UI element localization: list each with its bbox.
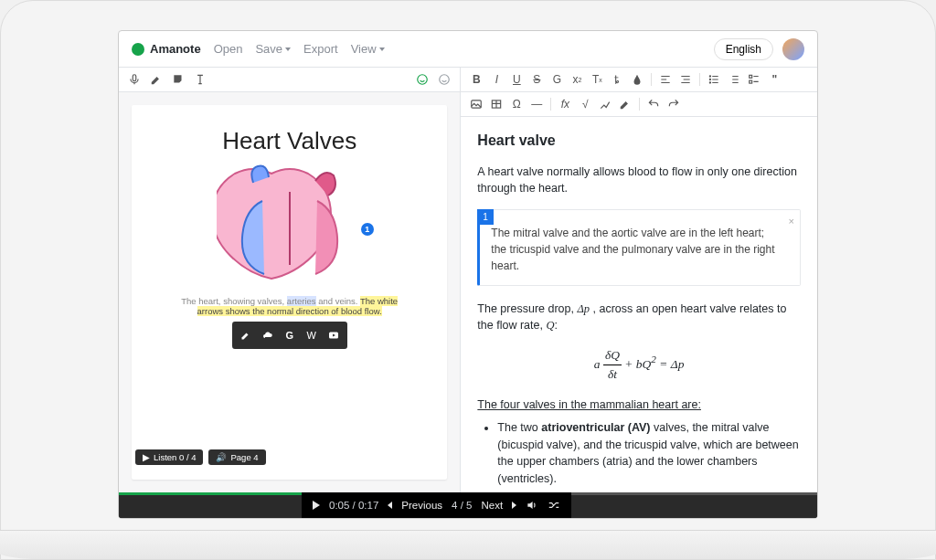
- wikipedia-icon[interactable]: W: [302, 325, 322, 345]
- underline-icon[interactable]: U: [510, 73, 523, 86]
- play-icon: [313, 501, 320, 510]
- notes-section-head: The four valves in the mammalian heart a…: [477, 396, 801, 414]
- list-check-icon[interactable]: [748, 73, 760, 86]
- font-color-icon[interactable]: [631, 73, 644, 86]
- quote-icon[interactable]: ": [768, 73, 781, 86]
- google-icon[interactable]: G: [280, 325, 300, 345]
- svg-point-6: [710, 82, 711, 83]
- listen-button[interactable]: ▶ Listen 0 / 4: [135, 449, 203, 465]
- superscript-icon[interactable]: x2: [570, 73, 583, 86]
- smile-green-icon[interactable]: [416, 73, 429, 86]
- chevron-right-icon: [512, 502, 516, 509]
- svg-point-5: [710, 79, 711, 79]
- undo-icon[interactable]: [647, 98, 660, 111]
- language-button[interactable]: English: [714, 38, 773, 60]
- slide-toolbar: [119, 68, 460, 92]
- editor-toolbar-row1: B I U S G x2 Tx ȶ: [461, 68, 817, 92]
- menu-open[interactable]: Open: [214, 42, 243, 56]
- prev-button[interactable]: [388, 502, 392, 509]
- svg-rect-7: [750, 75, 752, 78]
- menu-save[interactable]: Save: [255, 42, 291, 56]
- table-icon[interactable]: [490, 98, 503, 111]
- slide-title: Heart Valves: [222, 127, 356, 155]
- annotation-toolbar: G W: [232, 322, 347, 349]
- cloud-icon[interactable]: [258, 325, 278, 345]
- text-select-icon[interactable]: [194, 73, 207, 86]
- subscript-icon[interactable]: Tx: [590, 73, 603, 86]
- mic-icon[interactable]: [128, 73, 141, 86]
- omega-icon[interactable]: Ω: [510, 98, 523, 111]
- svg-point-2: [440, 75, 450, 85]
- app-window: Amanote Open Save Export View English: [118, 30, 818, 519]
- smile-grey-icon[interactable]: [438, 73, 451, 86]
- brush-icon[interactable]: [619, 98, 632, 111]
- bold-icon[interactable]: B: [470, 73, 483, 86]
- shuffle-button[interactable]: [548, 499, 560, 512]
- clear-format-icon[interactable]: G: [550, 73, 563, 86]
- slide-area: Heart Valves 1: [119, 92, 460, 492]
- chevron-left-icon: [388, 502, 392, 509]
- play-button[interactable]: [313, 501, 320, 510]
- heart-diagram: 1: [217, 164, 363, 283]
- app-logo[interactable]: Amanote: [132, 42, 201, 56]
- svg-point-4: [710, 76, 711, 77]
- list-ol-icon[interactable]: [728, 73, 740, 86]
- align-icon[interactable]: [659, 73, 672, 86]
- chevron-down-icon: [379, 48, 385, 51]
- app-name: Amanote: [150, 42, 201, 56]
- svg-rect-0: [133, 75, 136, 81]
- prev-label[interactable]: Previous: [401, 500, 442, 511]
- slide-panel: Heart Valves 1: [119, 68, 461, 492]
- callout-body: The mitral valve and the aortic valve ar…: [480, 210, 800, 285]
- equation: a δQδt + bQ2 = Δp: [477, 346, 801, 385]
- volume-button[interactable]: [526, 499, 538, 512]
- next-button[interactable]: [512, 502, 516, 509]
- caption-link[interactable]: arteries: [287, 296, 316, 306]
- pencil-icon[interactable]: [236, 325, 256, 345]
- italic-icon[interactable]: I: [490, 73, 503, 86]
- svg-point-1: [418, 75, 428, 85]
- slide-marker[interactable]: 1: [361, 223, 374, 236]
- next-label[interactable]: Next: [482, 500, 504, 511]
- draw-icon[interactable]: [599, 98, 612, 111]
- callout-tag: 1: [477, 209, 494, 225]
- editor-toolbar-row2: Ω — fx √: [461, 92, 817, 117]
- slide-caption: The heart, showing valves, arteries and …: [171, 296, 409, 316]
- chevron-down-icon: [285, 48, 291, 51]
- hr-icon[interactable]: —: [530, 98, 543, 111]
- player-page: 4 / 5: [452, 500, 472, 511]
- list-item: The two atrioventricular (AV) valves, th…: [497, 419, 801, 488]
- player-time: 0:05 / 0:17: [329, 500, 378, 511]
- menu-view[interactable]: View: [351, 42, 385, 56]
- avatar[interactable]: [782, 38, 804, 60]
- redo-icon[interactable]: [667, 98, 680, 111]
- youtube-icon[interactable]: [324, 325, 344, 345]
- close-icon[interactable]: ×: [789, 214, 794, 229]
- notes-callout: 1 × The mitral valve and the aortic valv…: [477, 209, 801, 286]
- progress-segment-remaining: [571, 492, 817, 518]
- image-icon[interactable]: [470, 98, 483, 111]
- sqrt-icon[interactable]: √: [579, 98, 591, 111]
- main-split: Heart Valves 1: [119, 68, 817, 492]
- fx-icon[interactable]: fx: [558, 98, 571, 111]
- sticky-note-icon[interactable]: [172, 73, 185, 86]
- listen-controls: ▶ Listen 0 / 4 🔊 Page 4: [135, 449, 266, 465]
- menu-export[interactable]: Export: [303, 42, 338, 56]
- notes-intro: A heart valve normally allows blood to f…: [477, 164, 801, 198]
- svg-rect-8: [750, 80, 752, 83]
- list-ul-icon[interactable]: [707, 73, 720, 86]
- page-audio-button[interactable]: 🔊 Page 4: [208, 449, 265, 465]
- top-menu-bar: Amanote Open Save Export View English: [119, 31, 817, 68]
- font-size-icon[interactable]: ȶ: [611, 73, 623, 86]
- main-menu: Open Save Export View: [214, 42, 385, 56]
- progress-segment-done: [119, 492, 302, 518]
- laptop-base: [0, 530, 936, 559]
- notes-list: The two atrioventricular (AV) valves, th…: [477, 419, 801, 492]
- notes-editor[interactable]: Heart valve A heart valve normally allow…: [461, 117, 817, 492]
- logo-icon: [132, 43, 144, 56]
- indent-dec-icon[interactable]: [679, 73, 692, 86]
- strike-icon[interactable]: S: [530, 73, 543, 86]
- player-bar: 0:05 / 0:17 Previous 4 / 5 Next: [119, 492, 817, 518]
- pencil-icon[interactable]: [150, 73, 163, 86]
- slide: Heart Valves 1: [132, 105, 447, 480]
